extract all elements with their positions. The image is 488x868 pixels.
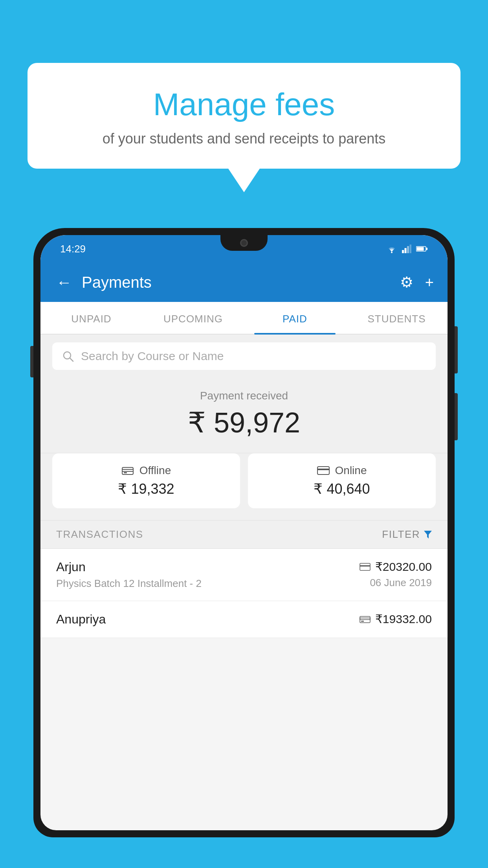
transaction-detail: Physics Batch 12 Installment - 2	[56, 577, 202, 590]
phone-notch	[220, 235, 268, 251]
speech-bubble-arrow	[228, 169, 260, 192]
payment-amount: ₹ 59,972	[56, 406, 432, 439]
speech-bubble-subtitle: of your students and send receipts to pa…	[47, 131, 441, 147]
transaction-right: ₹19332.00	[360, 612, 432, 626]
transactions-header: TRANSACTIONS FILTER	[40, 520, 448, 549]
svg-marker-15	[424, 531, 432, 539]
status-bar: 14:29	[40, 235, 448, 263]
transaction-left: Anupriya	[56, 612, 106, 627]
online-label: Online	[335, 464, 367, 477]
svg-rect-19	[360, 618, 370, 620]
payment-methods: Offline ₹ 19,332 Online ₹ 40,640	[40, 453, 448, 520]
svg-rect-3	[407, 246, 409, 253]
svg-line-9	[70, 358, 73, 361]
volume-button	[30, 346, 33, 377]
front-camera	[240, 239, 248, 247]
app-header: ← Payments ⚙ +	[40, 263, 448, 302]
offline-payment-card: Offline ₹ 19,332	[52, 453, 240, 508]
status-time: 14:29	[60, 243, 86, 255]
tab-paid[interactable]: PAID	[244, 302, 346, 334]
status-icons	[386, 245, 428, 253]
svg-rect-11	[122, 469, 133, 471]
offline-method-header: Offline	[62, 464, 230, 477]
search-icon	[62, 350, 74, 362]
tab-unpaid[interactable]: UNPAID	[40, 302, 142, 334]
transaction-name: Anupriya	[56, 612, 106, 627]
search-placeholder: Search by Course or Name	[81, 349, 224, 363]
transaction-amount: ₹20320.00	[375, 560, 432, 574]
filter-button[interactable]: FILTER	[382, 528, 432, 541]
offline-label: Offline	[139, 464, 171, 477]
svg-rect-14	[317, 469, 329, 470]
power-button-lower	[455, 393, 458, 440]
svg-rect-7	[426, 248, 428, 250]
page-title: Payments	[82, 274, 392, 291]
svg-point-0	[391, 252, 393, 253]
add-button[interactable]: +	[425, 274, 434, 291]
transactions-label: TRANSACTIONS	[56, 528, 143, 541]
phone-frame: 14:29	[33, 228, 455, 837]
transaction-row[interactable]: Arjun Physics Batch 12 Installment - 2 ₹…	[40, 549, 448, 601]
online-payment-card: Online ₹ 40,640	[248, 453, 436, 508]
transaction-left: Arjun Physics Batch 12 Installment - 2	[56, 560, 202, 590]
wifi-icon	[386, 245, 397, 253]
transaction-name: Arjun	[56, 560, 202, 574]
svg-rect-13	[317, 467, 329, 474]
tab-students[interactable]: STUDENTS	[346, 302, 448, 334]
transaction-right: ₹20320.00 06 June 2019	[360, 560, 432, 589]
tab-upcoming[interactable]: UPCOMING	[142, 302, 244, 334]
online-method-header: Online	[258, 464, 426, 477]
search-input-wrapper[interactable]: Search by Course or Name	[52, 342, 436, 370]
transaction-amount: ₹19332.00	[375, 612, 432, 626]
filter-label: FILTER	[382, 528, 420, 541]
svg-rect-2	[405, 248, 407, 253]
tabs-container: UNPAID UPCOMING PAID STUDENTS	[40, 302, 448, 335]
back-button[interactable]: ←	[54, 272, 74, 293]
online-amount: ₹ 40,640	[258, 481, 426, 497]
settings-button[interactable]: ⚙	[400, 274, 413, 291]
svg-rect-16	[360, 563, 370, 570]
speech-bubble-title: Manage fees	[47, 86, 441, 123]
card-icon	[360, 563, 371, 571]
speech-bubble: Manage fees of your students and send re…	[28, 63, 460, 169]
header-icons: ⚙ +	[400, 274, 434, 291]
svg-rect-20	[361, 621, 364, 622]
transaction-row[interactable]: Anupriya ₹19332.00	[40, 601, 448, 638]
transaction-amount-row: ₹20320.00	[360, 560, 432, 574]
phone-container: 14:29	[33, 228, 455, 868]
battery-icon	[416, 246, 428, 252]
online-icon	[317, 466, 330, 475]
offline-amount: ₹ 19,332	[62, 481, 230, 497]
svg-rect-12	[124, 472, 127, 473]
svg-rect-17	[360, 565, 370, 566]
phone-screen: 14:29	[40, 235, 448, 830]
power-button	[455, 326, 458, 373]
offline-icon	[121, 465, 134, 476]
transaction-amount-row: ₹19332.00	[360, 612, 432, 626]
svg-rect-6	[417, 247, 424, 251]
payment-summary: Payment received ₹ 59,972	[40, 378, 448, 453]
filter-icon	[424, 531, 432, 539]
signal-icon	[402, 245, 411, 253]
svg-rect-4	[410, 245, 412, 253]
transaction-date: 06 June 2019	[370, 577, 432, 589]
svg-rect-1	[402, 250, 404, 253]
search-container: Search by Course or Name	[40, 335, 448, 378]
payment-received-label: Payment received	[56, 390, 432, 402]
speech-bubble-container: Manage fees of your students and send re…	[28, 63, 460, 192]
offline-payment-icon	[360, 614, 371, 624]
